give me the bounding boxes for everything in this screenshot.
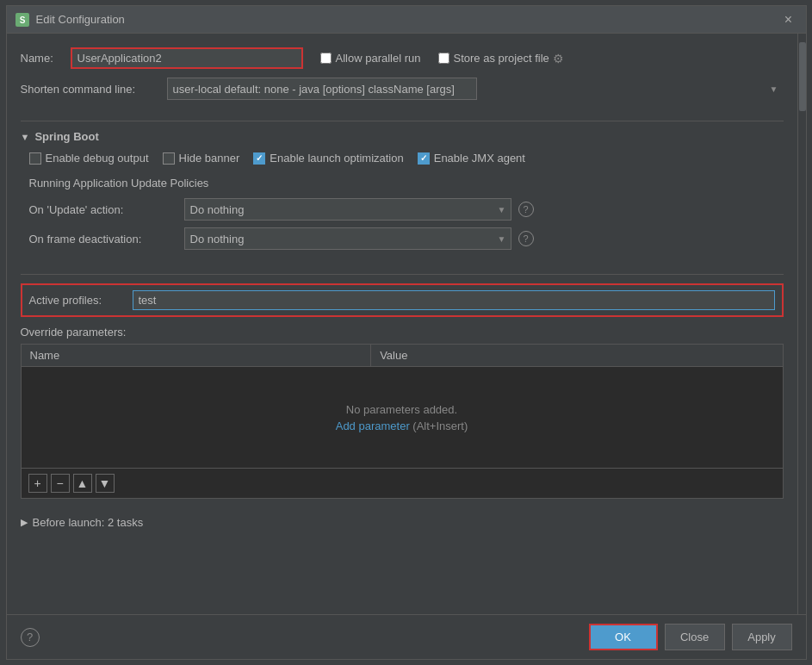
scrollbar[interactable] — [797, 34, 806, 614]
on-update-action-row: On 'Update' action: Do nothing Hot swap … — [29, 198, 784, 221]
on-frame-help-icon[interactable]: ? — [518, 231, 534, 246]
on-frame-deactivation-row: On frame deactivation: Do nothing Hot sw… — [29, 227, 784, 250]
footer-help-button[interactable]: ? — [21, 628, 40, 647]
shorten-command-line-row: Shorten command line: user-local default… — [21, 78, 784, 100]
close-button[interactable]: × — [780, 11, 797, 28]
store-project-checkbox-label[interactable]: Store as project file — [438, 52, 549, 65]
move-down-button[interactable]: ▼ — [96, 474, 115, 493]
apply-button[interactable]: Apply — [732, 624, 792, 650]
dialog-content: Name: Allow parallel run Store as projec… — [7, 34, 806, 614]
params-value-header: Value — [371, 345, 782, 366]
store-project-checkbox[interactable] — [438, 53, 449, 64]
params-header: Name Value — [22, 345, 783, 367]
title-bar: S Edit Configuration × — [7, 6, 806, 34]
enable-jmx-agent-label[interactable]: Enable JMX agent — [418, 152, 525, 165]
parallel-run-area: Allow parallel run — [320, 52, 421, 65]
shorten-label: Shorten command line: — [21, 83, 167, 96]
app-icon: S — [15, 13, 29, 27]
enable-jmx-agent-checkbox[interactable] — [418, 152, 430, 165]
name-row: Name: Allow parallel run Store as projec… — [21, 47, 784, 69]
params-table: Name Value No parameters added. Add para… — [21, 344, 784, 499]
add-param-button[interactable]: + — [28, 474, 47, 493]
before-launch-section: ▶ Before launch: 2 tasks — [21, 516, 784, 529]
parallel-run-checkbox[interactable] — [320, 53, 332, 64]
on-update-select-wrapper: Do nothing Hot swap classes — [184, 198, 511, 221]
remove-param-button[interactable]: − — [51, 474, 70, 493]
hide-banner-checkbox[interactable] — [163, 152, 175, 165]
add-param-row: Add parameter (Alt+Insert) — [336, 420, 468, 432]
shorten-select-wrapper: user-local default: none - java [options… — [167, 78, 784, 100]
spring-boot-title: Spring Boot — [34, 130, 98, 143]
name-label: Name: — [21, 52, 64, 65]
dialog-title: Edit Configuration — [36, 13, 780, 26]
hide-banner-label[interactable]: Hide banner — [163, 152, 240, 165]
close-dialog-button[interactable]: Close — [665, 624, 725, 650]
dialog-footer: ? OK Close Apply — [7, 614, 806, 659]
main-panel: Name: Allow parallel run Store as projec… — [7, 34, 797, 614]
active-profiles-label: Active profiles: — [29, 294, 133, 307]
before-launch-header: ▶ Before launch: 2 tasks — [21, 516, 784, 529]
store-project-area: Store as project file ⚙ — [438, 52, 564, 65]
parallel-run-checkbox-label[interactable]: Allow parallel run — [320, 52, 421, 65]
on-frame-deactivation-select[interactable]: Do nothing Hot swap classes — [184, 227, 511, 250]
scrollbar-thumb[interactable] — [799, 42, 806, 111]
enable-debug-output-label[interactable]: Enable debug output — [29, 152, 149, 165]
on-frame-deactivation-label: On frame deactivation: — [29, 233, 184, 245]
store-project-label: Store as project file — [454, 52, 549, 65]
on-update-select[interactable]: Do nothing Hot swap classes — [184, 198, 511, 221]
params-name-header: Name — [22, 345, 372, 366]
enable-launch-optimization-label[interactable]: Enable launch optimization — [253, 152, 403, 165]
gear-icon[interactable]: ⚙ — [553, 52, 564, 65]
enable-launch-optimization-text: Enable launch optimization — [270, 152, 403, 165]
parallel-run-label: Allow parallel run — [336, 52, 421, 65]
spring-boot-options: Enable debug output Hide banner Enable l… — [21, 152, 784, 165]
policies-section: Running Application Update Policies On '… — [21, 177, 784, 257]
active-profiles-row: Active profiles: — [21, 283, 784, 317]
shorten-select[interactable]: user-local default: none - java [options… — [167, 78, 477, 100]
add-param-link[interactable]: Add parameter — [336, 420, 410, 432]
spring-boot-toggle[interactable]: ▼ — [21, 132, 30, 142]
override-title: Override parameters: — [21, 326, 784, 339]
before-launch-toggle[interactable]: ▶ — [21, 517, 28, 528]
footer-buttons: OK Close Apply — [589, 624, 792, 650]
ok-button[interactable]: OK — [589, 624, 658, 650]
override-parameters-section: Override parameters: Name Value No param… — [21, 326, 784, 499]
separator-1 — [21, 121, 784, 121]
move-up-button[interactable]: ▲ — [73, 474, 92, 493]
enable-debug-output-checkbox[interactable] — [29, 152, 41, 165]
spring-boot-header: ▼ Spring Boot — [21, 130, 784, 143]
svg-text:S: S — [19, 16, 25, 25]
params-toolbar: + − ▲ ▼ — [22, 468, 783, 498]
hide-banner-text: Hide banner — [179, 152, 240, 165]
no-params-text: No parameters added. — [346, 403, 457, 416]
before-launch-title: Before launch: 2 tasks — [33, 516, 144, 529]
policies-title: Running Application Update Policies — [29, 177, 784, 190]
on-frame-deactivation-select-wrapper: Do nothing Hot swap classes — [184, 227, 511, 250]
edit-configuration-dialog: S Edit Configuration × Name: Allow paral… — [6, 5, 807, 660]
enable-debug-output-text: Enable debug output — [46, 152, 149, 165]
enable-launch-optimization-checkbox[interactable] — [253, 152, 265, 165]
active-profiles-input[interactable] — [133, 290, 775, 310]
on-update-help-icon[interactable]: ? — [518, 202, 534, 217]
params-body: No parameters added. Add parameter (Alt+… — [22, 367, 783, 468]
separator-2 — [21, 274, 784, 275]
name-input[interactable] — [71, 47, 303, 69]
on-update-label: On 'Update' action: — [29, 203, 184, 216]
add-param-hint: (Alt+Insert) — [412, 420, 468, 432]
enable-jmx-agent-text: Enable JMX agent — [434, 152, 525, 165]
